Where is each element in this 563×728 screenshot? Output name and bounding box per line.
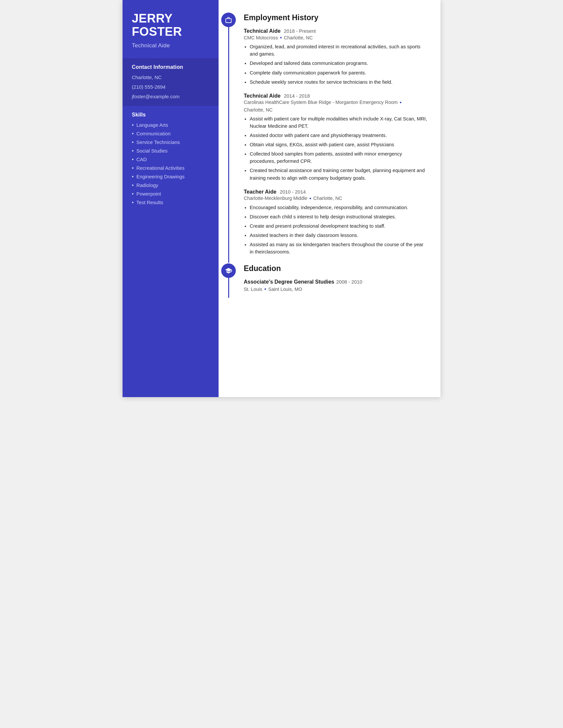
candidate-title: Technical Aide xyxy=(132,42,209,49)
job-location: Charlotte, NC xyxy=(244,107,272,113)
sidebar-header: JERRY FOSTER Technical Aide xyxy=(122,0,218,58)
skill-item: Engineering Drawings xyxy=(132,173,209,180)
employment-section: Employment History Technical Aide2018 - … xyxy=(218,12,427,263)
job-title: Teacher Aide xyxy=(244,189,276,195)
education-section: Education Associate's Degree General Stu… xyxy=(218,263,427,298)
job-title: Technical Aide xyxy=(244,93,280,99)
job-company: Carolinas HealthCare System Blue Ridge -… xyxy=(244,100,398,105)
edu-degree: Associate's Degree General Studies xyxy=(244,279,334,285)
job-bullets: Assist with patient care for multiple mo… xyxy=(244,115,427,182)
contact-city: Charlotte, NC xyxy=(132,74,209,81)
job-bullet-item: Organized, lead, and promoted interest i… xyxy=(250,43,427,58)
edu-title-line: Associate's Degree General Studies2008 -… xyxy=(244,279,427,285)
job-meta-dot: • xyxy=(400,100,402,105)
job-meta-dot: • xyxy=(280,35,282,40)
skills-section-title: Skills xyxy=(132,112,209,118)
sidebar: JERRY FOSTER Technical Aide Contact Info… xyxy=(122,0,218,397)
job-bullet-item: Obtain vital signs, EKGs, assist with pa… xyxy=(250,141,427,148)
skills-section: Skills Language ArtsCommunicationService… xyxy=(122,106,218,397)
job-location: Charlotte, NC xyxy=(313,196,342,201)
timeline-col-education xyxy=(218,263,238,298)
timeline-col-employment xyxy=(218,12,238,263)
job-bullet-item: Collected blood samples from patients, a… xyxy=(250,150,427,165)
timeline-line-education xyxy=(228,278,229,298)
job-meta: CMC Motocross•Charlotte, NC xyxy=(244,35,427,40)
skill-item: Radiology xyxy=(132,182,209,188)
job-bullet-item: Assisted as many as six kindergarten tea… xyxy=(250,241,427,255)
job-meta: Carolinas HealthCare System Blue Ridge -… xyxy=(244,100,427,113)
skill-item: Powerpoint xyxy=(132,191,209,197)
job-bullet-item: Created technical assistance and trainin… xyxy=(250,167,427,181)
candidate-name: JERRY FOSTER xyxy=(132,12,209,39)
job-block: Technical Aide2018 - PresentCMC Motocros… xyxy=(244,28,427,86)
job-title: Technical Aide xyxy=(244,28,280,34)
skill-item: Communication xyxy=(132,130,209,137)
job-bullet-item: Create and present professional developm… xyxy=(250,222,427,230)
timeline-line-employment xyxy=(228,27,229,263)
contact-email: jfoster@example.com xyxy=(132,93,209,100)
contact-section: Contact Information Charlotte, NC (210) … xyxy=(122,58,218,106)
job-title-line: Technical Aide2018 - Present xyxy=(244,28,427,34)
job-bullet-item: Assist with patient care for multiple mo… xyxy=(250,115,427,130)
job-bullet-item: Complete daily communication paperwork f… xyxy=(250,69,427,76)
edu-school: St. Louis xyxy=(244,287,262,292)
education-icon xyxy=(221,263,236,278)
graduation-cap-icon xyxy=(225,267,232,274)
job-bullet-item: Assisted teachers in their daily classro… xyxy=(250,232,427,239)
edu-dot: • xyxy=(264,286,266,293)
skill-item: Service Technicians xyxy=(132,139,209,145)
edu-dates: 2008 - 2010 xyxy=(336,279,362,285)
resume-container: JERRY FOSTER Technical Aide Contact Info… xyxy=(122,0,441,397)
skill-item: CAD xyxy=(132,156,209,162)
job-bullet-item: Developed and tailored data communicatio… xyxy=(250,60,427,67)
job-title-line: Teacher Aide2010 - 2014 xyxy=(244,189,427,195)
job-company: Charlotte-Mecklenburg Middle xyxy=(244,196,307,201)
employment-icon xyxy=(221,13,236,27)
job-bullet-item: Encouraged sociability, independence, re… xyxy=(250,204,427,211)
education-block: Associate's Degree General Studies2008 -… xyxy=(244,279,427,293)
job-bullet-item: Discover each child s interest to help d… xyxy=(250,213,427,220)
job-meta-dot: • xyxy=(309,196,311,201)
job-block: Teacher Aide2010 - 2014Charlotte-Mecklen… xyxy=(244,189,427,256)
job-block: Technical Aide2014 - 2018Carolinas Healt… xyxy=(244,93,427,182)
briefcase-icon xyxy=(225,16,232,23)
education-heading: Education xyxy=(244,264,427,273)
skill-item: Language Arts xyxy=(132,122,209,128)
job-company: CMC Motocross xyxy=(244,35,278,40)
skill-item: Social Studies xyxy=(132,148,209,154)
job-bullet-item: Schedule weekly service routes for servi… xyxy=(250,78,427,86)
job-bullet-item: Assisted doctor with patient care and ph… xyxy=(250,132,427,139)
edu-meta: St. Louis•Saint Louis, MO xyxy=(244,286,427,293)
skills-list: Language ArtsCommunicationService Techni… xyxy=(132,122,209,205)
education-content: Education Associate's Degree General Stu… xyxy=(238,263,427,298)
employment-content: Employment History Technical Aide2018 - … xyxy=(238,12,427,263)
job-dates: 2018 - Present xyxy=(284,28,316,34)
contact-section-title: Contact Information xyxy=(132,64,209,70)
jobs-container: Technical Aide2018 - PresentCMC Motocros… xyxy=(244,28,427,255)
education-container: Associate's Degree General Studies2008 -… xyxy=(244,279,427,293)
skill-item: Test Results xyxy=(132,199,209,205)
job-dates: 2010 - 2014 xyxy=(280,189,306,195)
skill-item: Recreational Activities xyxy=(132,165,209,171)
edu-location: Saint Louis, MO xyxy=(268,287,302,292)
job-meta: Charlotte-Mecklenburg Middle•Charlotte, … xyxy=(244,196,427,201)
job-bullets: Organized, lead, and promoted interest i… xyxy=(244,43,427,85)
contact-phone: (210) 555-2694 xyxy=(132,84,209,91)
job-dates: 2014 - 2018 xyxy=(284,93,310,99)
job-bullets: Encouraged sociability, independence, re… xyxy=(244,204,427,255)
job-title-line: Technical Aide2014 - 2018 xyxy=(244,93,427,99)
job-location: Charlotte, NC xyxy=(284,35,313,40)
main-content: Employment History Technical Aide2018 - … xyxy=(218,0,441,397)
employment-heading: Employment History xyxy=(244,13,427,22)
